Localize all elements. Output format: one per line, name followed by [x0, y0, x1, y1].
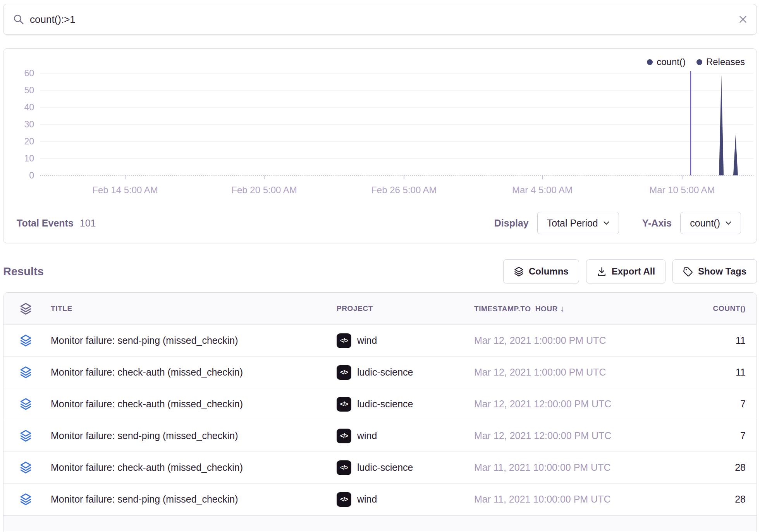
table-row[interactable]: Monitor failure: send-ping (missed_check…	[3, 420, 757, 452]
project-name: ludic-science	[357, 367, 413, 378]
column-header-title[interactable]: TITLE	[51, 304, 337, 313]
display-label: Display	[494, 218, 529, 229]
code-platform-icon: </>	[337, 429, 351, 443]
event-title-link[interactable]: Monitor failure: send-ping (missed_check…	[51, 335, 337, 346]
tag-icon	[683, 266, 693, 277]
code-platform-icon: </>	[337, 365, 351, 380]
event-title-link[interactable]: Monitor failure: send-ping (missed_check…	[51, 494, 337, 505]
svg-text:30: 30	[24, 119, 34, 129]
events-over-time-chart: 0102030405060Feb 14 5:00 AMFeb 20 5:00 A…	[3, 49, 757, 211]
layers-icon	[19, 398, 32, 410]
layers-icon	[19, 461, 32, 474]
event-title-link[interactable]: Monitor failure: check-auth (missed_chec…	[51, 462, 337, 473]
code-platform-icon: </>	[337, 397, 351, 412]
layers-icon	[19, 429, 32, 442]
project-name: ludic-science	[357, 462, 413, 473]
event-title-link[interactable]: Monitor failure: send-ping (missed_check…	[51, 430, 337, 441]
code-platform-icon: </>	[337, 492, 351, 507]
sort-descending-icon: ↓	[560, 304, 565, 313]
count-value: 11	[668, 335, 746, 346]
event-title-link[interactable]: Monitor failure: check-auth (missed_chec…	[51, 367, 337, 378]
columns-button[interactable]: Columns	[503, 259, 579, 283]
svg-text:0: 0	[29, 170, 34, 180]
layers-icon	[514, 266, 524, 277]
results-toolbar: Results Columns Export All Show Tags	[3, 259, 757, 284]
table-row[interactable]: Monitor failure: send-ping (missed_check…	[3, 484, 757, 515]
column-header-timestamp[interactable]: TIMESTAMP.TO_HOUR↓	[474, 304, 668, 314]
yaxis-select[interactable]: count()	[680, 212, 741, 234]
column-header-project[interactable]: PROJECT	[337, 304, 474, 313]
chevron-down-icon	[604, 221, 609, 225]
events-chart-panel: count() Releases 0102030405060Feb 14 5:0…	[3, 48, 757, 243]
project-name: wind	[357, 494, 377, 505]
event-title-link[interactable]: Monitor failure: check-auth (missed_chec…	[51, 398, 337, 410]
code-platform-icon: </>	[337, 460, 351, 475]
svg-text:20: 20	[24, 136, 34, 146]
svg-text:Mar 10 5:00 AM: Mar 10 5:00 AM	[649, 185, 715, 195]
svg-text:10: 10	[24, 153, 34, 163]
svg-text:Feb 26 5:00 AM: Feb 26 5:00 AM	[371, 185, 437, 195]
timestamp-value: Mar 11, 2021 10:00:00 PM UTC	[474, 494, 668, 505]
total-events-label: Total Events	[17, 218, 74, 229]
timestamp-value: Mar 11, 2021 10:00:00 PM UTC	[474, 462, 668, 473]
chevron-down-icon	[726, 221, 731, 225]
svg-text:40: 40	[24, 102, 34, 112]
yaxis-select-value: count()	[690, 218, 720, 229]
svg-text:60: 60	[24, 68, 34, 78]
table-row[interactable]: Monitor failure: send-ping (missed_check…	[3, 325, 757, 357]
table-row[interactable]: Monitor failure: check-auth (missed_chec…	[3, 388, 757, 420]
total-events-value: 101	[80, 218, 96, 229]
show-tags-button-label: Show Tags	[698, 266, 746, 277]
svg-text:Feb 20 5:00 AM: Feb 20 5:00 AM	[231, 185, 297, 195]
project-name: ludic-science	[357, 398, 413, 410]
close-icon[interactable]	[738, 14, 748, 24]
search-input[interactable]	[30, 14, 738, 26]
layers-icon	[19, 493, 32, 506]
count-value: 28	[668, 494, 746, 505]
project-cell: </> wind	[337, 429, 474, 443]
show-tags-button[interactable]: Show Tags	[672, 259, 757, 283]
results-table: TITLE PROJECT TIMESTAMP.TO_HOUR↓ COUNT()…	[3, 292, 757, 532]
results-heading: Results	[3, 265, 44, 278]
display-select[interactable]: Total Period	[537, 212, 619, 234]
svg-text:Mar 4 5:00 AM: Mar 4 5:00 AM	[512, 185, 573, 195]
count-value: 7	[668, 430, 746, 441]
download-icon	[597, 266, 607, 277]
columns-button-label: Columns	[529, 266, 569, 277]
project-cell: </> ludic-science	[337, 365, 474, 380]
timestamp-value: Mar 12, 2021 1:00:00 PM UTC	[474, 335, 668, 346]
timestamp-value: Mar 12, 2021 12:00:00 PM UTC	[474, 430, 668, 441]
layers-icon	[19, 302, 32, 315]
chart-footer: Total Events 101 Display Total Period Y-…	[17, 210, 741, 236]
project-name: wind	[357, 430, 377, 441]
table-row[interactable]: Monitor failure: check-auth (missed_chec…	[3, 357, 757, 388]
project-cell: </> wind	[337, 492, 474, 507]
table-header-row: TITLE PROJECT TIMESTAMP.TO_HOUR↓ COUNT()	[3, 293, 757, 325]
svg-text:50: 50	[24, 85, 34, 95]
layers-icon	[19, 366, 32, 379]
export-all-button-label: Export All	[612, 266, 655, 277]
count-value: 7	[668, 398, 746, 410]
column-header-count[interactable]: COUNT()	[668, 304, 746, 313]
svg-text:Feb 14 5:00 AM: Feb 14 5:00 AM	[92, 185, 158, 195]
display-select-value: Total Period	[547, 218, 598, 229]
search-bar	[3, 4, 757, 35]
count-value: 28	[668, 462, 746, 473]
table-row[interactable]: Monitor failure: check-auth (missed_chec…	[3, 452, 757, 484]
project-cell: </> ludic-science	[337, 460, 474, 475]
count-value: 11	[668, 367, 746, 378]
timestamp-value: Mar 12, 2021 12:00:00 PM UTC	[474, 398, 668, 410]
code-platform-icon: </>	[337, 333, 351, 348]
timestamp-value: Mar 12, 2021 1:00:00 PM UTC	[474, 367, 668, 378]
search-icon	[13, 14, 24, 25]
project-name: wind	[357, 335, 377, 346]
table-footer	[3, 515, 757, 531]
layers-icon	[19, 334, 32, 347]
project-cell: </> ludic-science	[337, 397, 474, 412]
export-all-button[interactable]: Export All	[586, 259, 665, 283]
project-cell: </> wind	[337, 333, 474, 348]
yaxis-label: Y-Axis	[642, 218, 672, 229]
